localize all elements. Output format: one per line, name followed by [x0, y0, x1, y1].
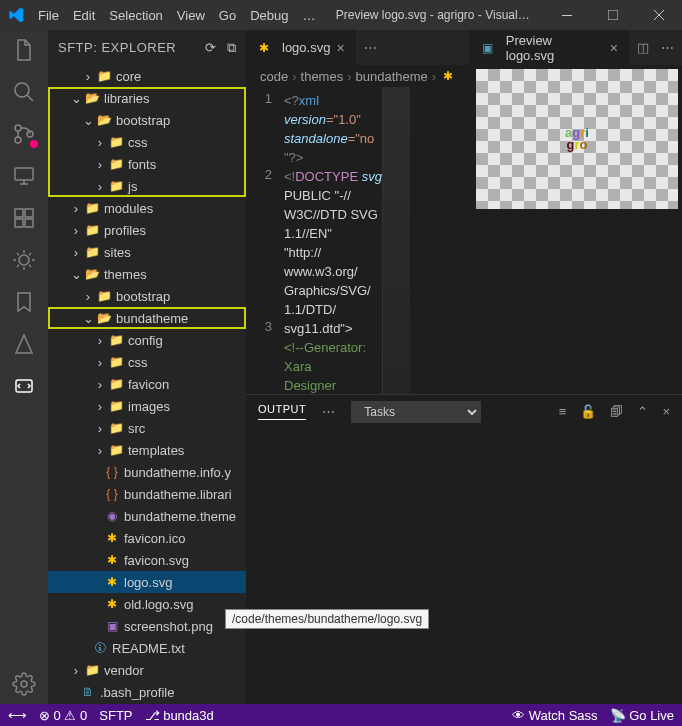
menu-debug[interactable]: Debug — [244, 4, 294, 27]
svg-point-4 — [15, 137, 21, 143]
chevron-up-icon[interactable]: ⌃ — [637, 404, 648, 419]
tree-item-favicon-folder[interactable]: ›📁favicon — [48, 373, 246, 395]
menu-file[interactable]: File — [32, 4, 65, 27]
svg-icon: ✱ — [256, 40, 272, 56]
remote-explorer-icon[interactable] — [12, 164, 36, 188]
tree-item-images[interactable]: ›📁images — [48, 395, 246, 417]
search-icon[interactable] — [12, 80, 36, 104]
maximize-button[interactable] — [590, 0, 636, 30]
azure-icon[interactable] — [12, 332, 36, 356]
tree-item-js[interactable]: ›📁js — [48, 175, 246, 197]
status-branch[interactable]: ⎇ bunda3d — [145, 708, 214, 723]
close-button[interactable] — [636, 0, 682, 30]
bookmark-icon[interactable] — [12, 290, 36, 314]
code-content[interactable]: <?xml version="1.0" standalone="no "?> <… — [284, 87, 382, 394]
svg-rect-6 — [15, 168, 33, 180]
split-editor-icon[interactable]: ◫ — [637, 40, 649, 55]
tree-item-bootstrap2[interactable]: ›📁bootstrap — [48, 285, 246, 307]
svg-rect-7 — [15, 209, 23, 217]
tab-more-icon[interactable]: ⋯ — [364, 40, 377, 55]
sidebar: SFTP: EXPLORER ⟳ ⧉ ›📁core ⌄📂libraries ⌄📂… — [48, 30, 246, 704]
svg-point-3 — [15, 125, 21, 131]
svg-rect-1 — [608, 10, 618, 20]
output-panel: OUTPUT ⋯ Tasks ≡ 🔓 🗐 ⌃ × — [246, 394, 682, 704]
svg-rect-10 — [25, 219, 33, 227]
svg-preview: agri gro — [476, 69, 678, 209]
tree-item-faviconsvg[interactable]: ✱favicon.svg — [48, 549, 246, 571]
settings-icon[interactable] — [12, 672, 36, 696]
refresh-icon[interactable]: ⟳ — [205, 40, 217, 56]
vscode-icon — [8, 7, 24, 23]
tree-item-css[interactable]: ›📁css — [48, 131, 246, 153]
svg-point-13 — [21, 681, 27, 687]
status-sftp[interactable]: SFTP — [99, 708, 132, 723]
svg-rect-9 — [15, 219, 23, 227]
tree-item-bundalib[interactable]: { }bundatheme.librari — [48, 483, 246, 505]
close-tab-icon[interactable]: × — [610, 40, 618, 56]
menu-view[interactable]: View — [171, 4, 211, 27]
menubar: File Edit Selection View Go Debug … — [32, 4, 321, 27]
status-golive[interactable]: 📡 Go Live — [610, 708, 674, 723]
close-tab-icon[interactable]: × — [336, 40, 344, 56]
tree-item-fonts[interactable]: ›📁fonts — [48, 153, 246, 175]
line-numbers: 1 2 3 — [246, 87, 284, 394]
tree-item-templates[interactable]: ›📁templates — [48, 439, 246, 461]
menu-edit[interactable]: Edit — [67, 4, 101, 27]
panel-tab-output[interactable]: OUTPUT — [258, 403, 306, 420]
sftp-icon[interactable] — [12, 374, 36, 398]
svg-point-2 — [15, 83, 29, 97]
status-errors[interactable]: ⊗ 0 ⚠ 0 — [39, 708, 87, 723]
breadcrumb[interactable]: code› themes› bundatheme› ✱ — [246, 65, 472, 87]
svg-rect-8 — [25, 209, 33, 217]
tree-item-css2[interactable]: ›📁css — [48, 351, 246, 373]
svg-rect-0 — [562, 15, 572, 16]
tree-item-logosvg[interactable]: ✱logo.svg — [48, 571, 246, 593]
sidebar-title: SFTP: EXPLORER — [58, 40, 176, 55]
tree-item-libraries[interactable]: ⌄📂libraries — [48, 87, 246, 109]
clear-icon[interactable]: 🗐 — [610, 404, 623, 419]
tree-item-faviconico[interactable]: ✱favicon.ico — [48, 527, 246, 549]
extensions-icon[interactable] — [12, 206, 36, 230]
menu-more[interactable]: … — [296, 4, 321, 27]
tab-preview[interactable]: ▣ Preview logo.svg × — [470, 30, 629, 65]
tree-item-profiles[interactable]: ›📁profiles — [48, 219, 246, 241]
tree-item-sites[interactable]: ›📁sites — [48, 241, 246, 263]
tree-item-readme[interactable]: 🛈README.txt — [48, 637, 246, 659]
tooltip: /code/themes/bundatheme/logo.svg — [225, 609, 429, 629]
tree-item-themes[interactable]: ⌄📂themes — [48, 263, 246, 285]
tab-more-icon[interactable]: ⋯ — [661, 40, 674, 55]
collapse-icon[interactable]: ⧉ — [227, 40, 237, 56]
output-channel-select[interactable]: Tasks — [351, 401, 481, 423]
tree-item-modules[interactable]: ›📁modules — [48, 197, 246, 219]
debug-icon[interactable] — [12, 248, 36, 272]
activity-bar — [0, 30, 48, 704]
tree-item-vendor[interactable]: ›📁vendor — [48, 659, 246, 681]
tree-item-bundatheme[interactable]: ⌄📂bundatheme — [48, 307, 246, 329]
tree-item-bundatheme-file[interactable]: ◉bundatheme.theme — [48, 505, 246, 527]
panel-more-icon[interactable]: ⋯ — [322, 404, 335, 419]
tree-item-bashprofile[interactable]: 🗎.bash_profile — [48, 681, 246, 703]
status-bar: ⟷ ⊗ 0 ⚠ 0 SFTP ⎇ bunda3d 👁 Watch Sass 📡 … — [0, 704, 682, 726]
svg-point-11 — [19, 255, 29, 265]
menu-go[interactable]: Go — [213, 4, 242, 27]
status-remote[interactable]: ⟷ — [8, 708, 27, 723]
minimize-button[interactable] — [544, 0, 590, 30]
tree-item-bootstrap[interactable]: ⌄📂bootstrap — [48, 109, 246, 131]
tree-item-config[interactable]: ›📁config — [48, 329, 246, 351]
tree-item-screenshot[interactable]: ▣screenshot.png — [48, 615, 246, 637]
tree-item-src[interactable]: ›📁src — [48, 417, 246, 439]
lock-icon[interactable]: 🔓 — [580, 404, 596, 419]
menu-selection[interactable]: Selection — [103, 4, 168, 27]
tree-item-oldlogosvg[interactable]: ✱old.logo.svg — [48, 593, 246, 615]
close-panel-icon[interactable]: × — [662, 404, 670, 419]
tree-item-bundainfo[interactable]: { }bundatheme.info.y — [48, 461, 246, 483]
file-tree: ›📁core ⌄📂libraries ⌄📂bootstrap ›📁css ›📁f… — [48, 65, 246, 704]
tab-logosvg[interactable]: ✱ logo.svg × — [246, 30, 356, 65]
explorer-icon[interactable] — [12, 38, 36, 62]
preview-icon: ▣ — [480, 40, 496, 56]
source-control-icon[interactable] — [12, 122, 36, 146]
status-watchsass[interactable]: 👁 Watch Sass — [512, 708, 598, 723]
tree-item-core[interactable]: ›📁core — [48, 65, 246, 87]
filter-icon[interactable]: ≡ — [559, 404, 567, 419]
minimap[interactable] — [382, 87, 410, 394]
